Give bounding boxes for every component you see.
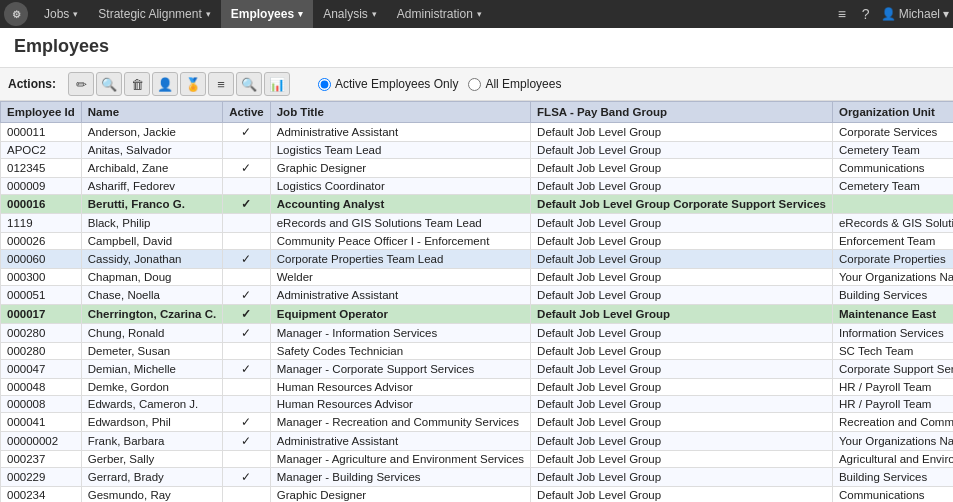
add-user-button[interactable]: 👤 (152, 72, 178, 96)
nav-administration[interactable]: Administration ▾ (387, 0, 492, 28)
table-row[interactable]: 000016Berutti, Franco G.✓Accounting Anal… (1, 195, 954, 214)
cell-employee-id: 000009 (1, 178, 82, 195)
list-button[interactable]: ≡ (208, 72, 234, 96)
cell-employee-id: 000017 (1, 305, 82, 324)
menu-icon[interactable]: ≡ (833, 4, 851, 24)
table-row[interactable]: 000280Chung, Ronald✓Manager - Informatio… (1, 324, 954, 343)
table-row[interactable]: 000026Campbell, DavidCommunity Peace Off… (1, 233, 954, 250)
table-row[interactable]: 000300Chapman, DougWelderDefault Job Lev… (1, 269, 954, 286)
col-active[interactable]: Active (223, 102, 271, 123)
nav-jobs[interactable]: Jobs ▾ (34, 0, 88, 28)
cell-name: Demian, Michelle (81, 360, 222, 379)
cell-org-unit: HR / Payroll Team (832, 396, 953, 413)
cell-org-unit: HR / Payroll Team (832, 379, 953, 396)
cell-job-title: Administrative Assistant (270, 123, 530, 142)
active-employees-radio[interactable]: Active Employees Only (318, 77, 458, 91)
table-row[interactable]: 000008Edwards, Cameron J.Human Resources… (1, 396, 954, 413)
search-button[interactable]: 🔍 (236, 72, 262, 96)
col-name[interactable]: Name (81, 102, 222, 123)
table-row[interactable]: 000017Cherrington, Czarina C.✓Equipment … (1, 305, 954, 324)
table-row[interactable]: 000060Cassidy, Jonathan✓Corporate Proper… (1, 250, 954, 269)
col-pay-band[interactable]: FLSA - Pay Band Group (531, 102, 833, 123)
toolbar: Actions: ✏ 🔍 🗑 👤 🏅 ≡ 🔍 📊 Active Employee… (0, 68, 953, 101)
cell-job-title: Corporate Properties Team Lead (270, 250, 530, 269)
edit-button[interactable]: ✏ (68, 72, 94, 96)
cell-employee-id: 000008 (1, 396, 82, 413)
table-row[interactable]: 012345Archibald, Zane✓Graphic DesignerDe… (1, 159, 954, 178)
award-button[interactable]: 🏅 (180, 72, 206, 96)
col-employee-id[interactable]: Employee Id (1, 102, 82, 123)
nav-employees[interactable]: Employees ▾ (221, 0, 313, 28)
cell-active: ✓ (223, 413, 271, 432)
table-row[interactable]: 000011Anderson, Jackie✓Administrative As… (1, 123, 954, 142)
all-employees-radio[interactable]: All Employees (468, 77, 561, 91)
cell-job-title: Welder (270, 269, 530, 286)
cell-org-unit: Your Organizations Name (832, 432, 953, 451)
cell-active (223, 487, 271, 503)
cell-name: Chase, Noella (81, 286, 222, 305)
cell-active (223, 343, 271, 360)
cell-job-title: Manager - Recreation and Community Servi… (270, 413, 530, 432)
table-row[interactable]: 000047Demian, Michelle✓Manager - Corpora… (1, 360, 954, 379)
employees-table-container: Employee Id Name Active Job Title FLSA -… (0, 101, 953, 502)
cell-employee-id: 000051 (1, 286, 82, 305)
view-button[interactable]: 🔍 (96, 72, 122, 96)
help-icon[interactable]: ? (857, 4, 875, 24)
cell-employee-id: 000300 (1, 269, 82, 286)
delete-button[interactable]: 🗑 (124, 72, 150, 96)
cell-org-unit: Your Organizations Name (832, 269, 953, 286)
cell-name: Edwards, Cameron J. (81, 396, 222, 413)
cell-name: Demeter, Susan (81, 343, 222, 360)
cell-job-title: Manager - Building Services (270, 468, 530, 487)
cell-name: Anderson, Jackie (81, 123, 222, 142)
nav-strategic-alignment[interactable]: Strategic Alignment ▾ (88, 0, 220, 28)
cell-org-unit: Corporate Support Services (832, 360, 953, 379)
cell-org-unit: Information Services (832, 324, 953, 343)
cell-job-title: Manager - Corporate Support Services (270, 360, 530, 379)
col-job-title[interactable]: Job Title (270, 102, 530, 123)
cell-org-unit: Cemetery Team (832, 142, 953, 159)
table-row[interactable]: 1119Black, PhilipeRecords and GIS Soluti… (1, 214, 954, 233)
cell-name: Black, Philip (81, 214, 222, 233)
cell-org-unit: Building Services (832, 286, 953, 305)
table-row[interactable]: 000229Gerrard, Brady✓Manager - Building … (1, 468, 954, 487)
cell-job-title: Graphic Designer (270, 159, 530, 178)
table-row[interactable]: APOC2Anitas, SalvadorLogistics Team Lead… (1, 142, 954, 159)
table-row[interactable]: 000237Gerber, SallyManager - Agriculture… (1, 451, 954, 468)
cell-job-title: Logistics Team Lead (270, 142, 530, 159)
cell-pay-band: Default Job Level Group (531, 159, 833, 178)
report-button[interactable]: 📊 (264, 72, 290, 96)
cell-employee-id: 000011 (1, 123, 82, 142)
col-org-unit[interactable]: Organization Unit (832, 102, 953, 123)
table-row[interactable]: 000051Chase, Noella✓Administrative Assis… (1, 286, 954, 305)
cell-name: Gesmundo, Ray (81, 487, 222, 503)
table-header-row: Employee Id Name Active Job Title FLSA -… (1, 102, 954, 123)
table-row[interactable]: 000009Ashariff, FedorevLogistics Coordin… (1, 178, 954, 195)
table-row[interactable]: 00000002Frank, Barbara✓Administrative As… (1, 432, 954, 451)
table-row[interactable]: 000234Gesmundo, RayGraphic DesignerDefau… (1, 487, 954, 503)
cell-job-title: Community Peace Officer I - Enforcement (270, 233, 530, 250)
cell-active: ✓ (223, 305, 271, 324)
table-row[interactable]: 000280Demeter, SusanSafety Codes Technic… (1, 343, 954, 360)
user-arrow-icon: ▾ (943, 7, 949, 21)
cell-org-unit: Cemetery Team (832, 178, 953, 195)
cell-employee-id: 000060 (1, 250, 82, 269)
cell-job-title: Human Resources Advisor (270, 396, 530, 413)
cell-job-title: Accounting Analyst (270, 195, 530, 214)
cell-org-unit: Maintenance East (832, 305, 953, 324)
cell-org-unit: Recreation and Community Services (832, 413, 953, 432)
table-row[interactable]: 000041Edwardson, Phil✓Manager - Recreati… (1, 413, 954, 432)
cell-active: ✓ (223, 195, 271, 214)
cell-active: ✓ (223, 123, 271, 142)
nav-analysis[interactable]: Analysis ▾ (313, 0, 387, 28)
app-logo[interactable]: ⚙ (4, 2, 28, 26)
table-row[interactable]: 000048Demke, GordonHuman Resources Advis… (1, 379, 954, 396)
cell-active (223, 178, 271, 195)
cell-employee-id: 000041 (1, 413, 82, 432)
user-menu[interactable]: 👤 Michael ▾ (881, 7, 949, 21)
cell-employee-id: 000237 (1, 451, 82, 468)
cell-pay-band: Default Job Level Group (531, 233, 833, 250)
cell-active: ✓ (223, 324, 271, 343)
cell-name: Cherrington, Czarina C. (81, 305, 222, 324)
cell-org-unit: eRecords & GIS Solutions Team (832, 214, 953, 233)
